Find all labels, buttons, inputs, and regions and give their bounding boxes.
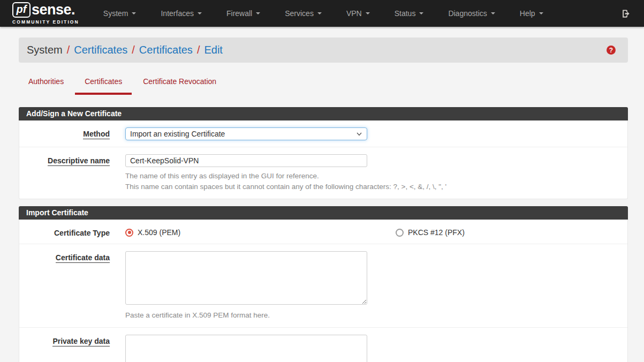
breadcrumb-link-certificates-2[interactable]: Certificates [139,44,193,56]
descriptive-name-label: Descriptive name [19,154,125,192]
panel-add-title: Add/Sign a New Certificate [19,107,628,120]
panel-add-sign-certificate: Add/Sign a New Certificate Method Import… [19,107,628,199]
help-icon[interactable]: ? [607,46,616,55]
method-select[interactable]: Import an existing Certificate [125,127,367,140]
panel-import-certificate: Import Certificate Certificate Type X.50… [19,206,628,362]
certificate-data-help: Paste a certificate in X.509 PEM format … [125,310,611,321]
breadcrumb-item-system: System [27,44,63,56]
menu-help[interactable]: Help [507,0,556,27]
chevron-down-icon [419,12,423,14]
method-row: Method Import an existing Certificate [19,120,627,147]
menu-help-label: Help [520,9,535,18]
breadcrumb-link-certificates[interactable]: Certificates [74,44,127,56]
pf-logo-icon: pf [12,2,31,18]
certificate-data-row: Certificate data Paste a certificate in … [19,244,627,327]
menu-system-label: System [103,9,128,18]
menu-status[interactable]: Status [382,0,436,27]
private-key-data-row: Private key data [19,327,627,362]
community-edition-label: COMMUNITY EDITION [12,19,79,25]
chevron-down-icon [366,12,370,14]
sign-out-icon [621,9,631,19]
menu-interfaces-label: Interfaces [161,9,193,18]
private-key-data-label: Private key data [19,335,125,362]
menu-interfaces[interactable]: Interfaces [148,0,214,27]
breadcrumb-separator: / [197,44,200,56]
pfsense-logo[interactable]: pf sense. COMMUNITY EDITION [12,2,79,25]
menu-diagnostics[interactable]: Diagnostics [436,0,507,27]
radio-x509-pem-label: X.509 (PEM) [138,228,180,237]
tab-authorities[interactable]: Authorities [19,77,73,95]
top-navbar: pf sense. COMMUNITY EDITION System Inter… [0,0,644,27]
panel-import-title: Import Certificate [19,206,628,220]
radio-pkcs12-pfx-label: PKCS #12 (PFX) [408,228,465,237]
menu-firewall[interactable]: Firewall [214,0,272,27]
menu-firewall-label: Firewall [226,9,252,18]
chevron-down-icon [491,12,495,14]
sense-logo-text: sense. [32,3,75,17]
descriptive-name-row: Descriptive name The name of this entry … [19,147,627,199]
main-menu: System Interfaces Firewall Services VPN … [91,0,556,27]
descriptive-name-input[interactable] [125,154,367,167]
descriptive-name-help-2: This name can contain spaces but it cann… [125,182,611,192]
private-key-data-textarea[interactable] [125,335,367,362]
chevron-down-icon [317,12,322,14]
certificate-type-row: Certificate Type X.509 (PEM) PKCS #12 (P… [19,220,627,244]
menu-vpn-label: VPN [346,9,362,18]
certificate-data-label: Certificate data [19,251,125,321]
menu-status-label: Status [395,9,416,18]
chevron-down-icon [132,12,136,14]
certificate-data-textarea[interactable] [125,251,367,305]
logout-button[interactable] [618,5,634,22]
descriptive-name-help-1: The name of this entry as displayed in t… [125,171,611,182]
menu-system[interactable]: System [91,0,149,27]
radio-pkcs12-pfx[interactable]: PKCS #12 (PFX) [396,228,465,237]
breadcrumb-separator: / [67,44,70,56]
radio-unselected-icon[interactable] [396,229,404,237]
radio-selected-icon[interactable] [125,229,133,237]
method-label: Method [19,127,125,140]
chevron-down-icon [198,12,202,14]
chevron-down-icon [256,12,260,14]
menu-services[interactable]: Services [272,0,334,27]
menu-diagnostics-label: Diagnostics [448,9,487,18]
tab-certificates[interactable]: Certificates [75,77,132,95]
breadcrumb-link-edit[interactable]: Edit [204,44,222,56]
chevron-down-icon [539,12,543,14]
menu-services-label: Services [285,9,314,18]
breadcrumb-separator: / [132,44,135,56]
certificate-type-label: Certificate Type [19,227,125,237]
breadcrumb: System / Certificates / Certificates / E… [19,37,628,63]
radio-x509-pem[interactable]: X.509 (PEM) [125,228,396,237]
tab-bar: Authorities Certificates Certificate Rev… [19,77,628,95]
tab-certificate-revocation[interactable]: Certificate Revocation [133,77,226,95]
menu-vpn[interactable]: VPN [334,0,382,27]
